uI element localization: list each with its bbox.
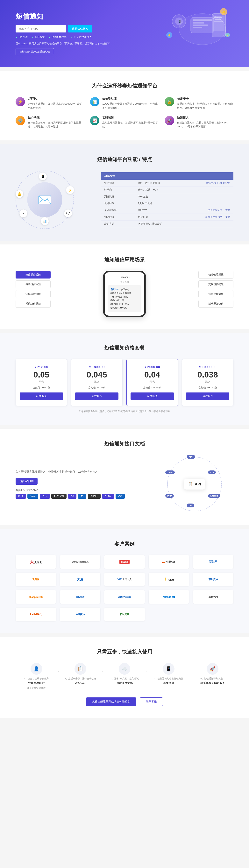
scenario-btn-4[interactable]: 系统短信通知	[15, 300, 51, 308]
client-logo-13: CITS中国国旅	[118, 595, 131, 598]
svg-rect-2	[193, 20, 212, 21]
api-center-box: 📋 API	[184, 478, 205, 490]
steps-buttons: 免费注册注册完成快速体验秘匙 联系客服	[15, 698, 234, 706]
client-name-10: 苏州交通	[209, 578, 218, 581]
why-title-3: 稳定安全	[177, 97, 234, 101]
pricing-section: 短信通知价格套餐 ¥ 598.00 0.05 元/条 含短信11960条 前往购…	[0, 333, 249, 425]
features-cell-7-1: 发送方式	[101, 220, 135, 227]
price-unit-2: 元/条	[75, 380, 119, 383]
features-cell-5-2: 100***** 是否支持回复：支持	[135, 207, 234, 214]
client-logo-7: 大麦	[77, 578, 83, 582]
scenario-btn-3[interactable]: 订单催付提醒	[15, 290, 51, 298]
price-buy-btn-4[interactable]: 前往购买	[186, 393, 229, 400]
why-title-1: 3秒可达	[28, 97, 84, 101]
client-name-13: CITS中国国旅	[118, 596, 131, 598]
features-cell-6-2: 秒钟抵达 是否有发送报告：支持	[135, 214, 234, 220]
pricing-title: 短信通知价格套餐	[15, 344, 234, 351]
lang-tab-go[interactable]: GO	[116, 494, 125, 499]
step-icon-5: 🚀	[207, 663, 218, 675]
step-item-5: 🚀 5、短信通知即刻发送！ 联系客服了解更多！	[195, 663, 230, 686]
features-row-4: 发送时间 7天24天发送	[101, 200, 234, 207]
lang-tab-java[interactable]: JAVA	[27, 494, 38, 499]
lang-tab-ruby[interactable]: RUBY	[102, 494, 114, 499]
feature-dot-2: 🔔	[15, 190, 23, 198]
client-card-5: 百姓网	[193, 555, 234, 569]
price-buy-btn-1[interactable]: 前往购买	[20, 393, 63, 400]
why-grid: ⚡ 3秒可达 运营商直连通道，短信通道高达3000条/秒，发送至30秒到达 📊 …	[15, 97, 234, 129]
client-name-14: Microsoft	[163, 595, 175, 598]
features-inner-circle: ✉️	[27, 182, 62, 217]
client-icon-9: ✦	[164, 577, 167, 582]
lang-tab-js[interactable]: JS	[78, 494, 86, 499]
price-main-1: 0.05	[20, 371, 63, 379]
client-name-4: 中通快递	[166, 560, 176, 563]
client-name-1: 大润发	[34, 561, 42, 564]
client-logo-4: ZD 中通快递	[162, 560, 176, 564]
client-logo-18: 长城宽带	[120, 613, 129, 616]
steps-contact-button[interactable]: 联系客服	[140, 698, 163, 706]
scenario-tag-2: 交易短信提醒	[198, 280, 234, 288]
price-count-1: 含短信11960条	[20, 386, 63, 390]
api-section-title: 短信通知接口文档	[15, 440, 234, 447]
api-label: API	[195, 482, 201, 487]
client-card-6: 飞猪网	[15, 572, 56, 586]
client-name-15: 品智代代	[209, 595, 218, 598]
pricing-card-1: ¥ 598.00 0.05 元/条 含短信11960条 前往购买	[15, 359, 67, 406]
features-cell-7-2: 网页版及API接口发送	[135, 220, 234, 227]
features-container: ✉️ 📱 🔔 ✓ 📊 💬 ⚡ 功能/特点	[15, 170, 234, 229]
lang-tab-shell[interactable]: SHELL	[88, 494, 100, 499]
why-title-2: 99%到达率	[102, 97, 159, 101]
why-icon-1: ⚡	[15, 97, 25, 106]
lang-tab-php[interactable]: PHP	[15, 494, 26, 499]
svg-text:⚡: ⚡	[226, 34, 229, 36]
api-docs-button[interactable]: 短信通知API	[15, 478, 37, 485]
scenario-btn-1[interactable]: 短信服务通知	[15, 271, 51, 279]
client-card-2: DOMETI限量精品	[60, 555, 100, 569]
client-card-16: Paidai返代	[15, 608, 56, 621]
why-title-4: 贴心功能	[28, 116, 84, 120]
phone-mockup: 10690092 短信内容 【秒赛科】您正在对通信优先购大礼包套餐一套（9988…	[103, 271, 146, 317]
step-num-3: 3、签名API文档，接入测试	[107, 677, 142, 680]
features-row-5: 是否有模板 100***** 是否支持回复：支持	[101, 207, 234, 214]
why-text-6: 快速接入 详细短信通知API文档，接入简便，支持JAVA、PHP、C#等各种开发…	[177, 116, 234, 129]
hero-register-button[interactable]: 立即注册 送100条通知短信	[15, 48, 54, 55]
features-cell-5-1: 是否有模板	[101, 207, 135, 214]
api-node-right1: iOS	[208, 470, 216, 474]
api-right-panel: 📋 API APP JAVA PHP API iOS Android	[156, 455, 234, 513]
pricing-card-3: ¥ 5000.00 0.04 元/条 含短信125000条 前往购买	[126, 359, 178, 406]
why-icon-3: 🔒	[165, 97, 174, 106]
client-logo-12: 城投控股	[76, 595, 85, 598]
features-cell-3-2: 99%左右	[135, 193, 234, 200]
step-title-2: 进行认证	[63, 681, 98, 685]
hero-phone-input[interactable]	[15, 25, 66, 32]
hero-tag-3: 99.9%成功率	[49, 35, 66, 39]
price-buy-btn-3[interactable]: 前往购买	[130, 393, 174, 400]
pricing-note: 如您需要更多数量优惠价，还有低至0.03元/条的通知短信优惠套及大客户服务业服务…	[15, 410, 234, 413]
client-card-13: CITS中国国旅	[104, 590, 145, 604]
client-name-17: 通潮商旅	[75, 613, 85, 616]
price-unit-1: 元/条	[20, 380, 63, 383]
step-num-4: 4、选择通知短信套餐包充值	[151, 677, 186, 680]
step-icon-1: 👤	[31, 663, 42, 675]
lang-tab-cs[interactable]: C#	[68, 494, 76, 499]
features-cell-4-1: 发送时间	[101, 200, 135, 207]
hero-cta-button[interactable]: 体验短信通知	[68, 25, 92, 32]
lang-tab-python[interactable]: PYTHON	[51, 494, 66, 499]
client-name-16: Paidai返代	[30, 613, 41, 616]
why-icon-4: ⚙️	[15, 116, 25, 125]
language-tabs: PHP JAVA C++ PYTHON C# JS SHELL RUBY GO	[15, 494, 144, 499]
svg-rect-3	[193, 22, 204, 24]
price-original-4: ¥ 10000.00	[186, 365, 229, 369]
why-icon-2: 📊	[90, 97, 99, 106]
step-item-1: 👤 1、首先，注册秒赛账户 注册秒赛账户 注册完成快速体验	[19, 663, 54, 690]
clients-section: 客户案例 大 大润发 DOMETI限量精品 推助力 ZD 中通快递	[0, 529, 249, 633]
steps-register-button[interactable]: 免费注册注册完成快速体验秘匙	[86, 698, 136, 706]
client-logo-5: 百姓网	[209, 560, 217, 564]
features-th-1: 功能/特点	[101, 172, 135, 180]
lang-tab-cpp[interactable]: C++	[40, 494, 50, 499]
client-name-9: 米其林	[168, 579, 174, 581]
scenario-btn-2[interactable]: 出票短信通知	[15, 280, 51, 288]
client-name-5: 百姓网	[209, 560, 217, 563]
price-buy-btn-2[interactable]: 前往购买	[75, 393, 119, 400]
why-icon-6: 🚀	[165, 116, 174, 125]
